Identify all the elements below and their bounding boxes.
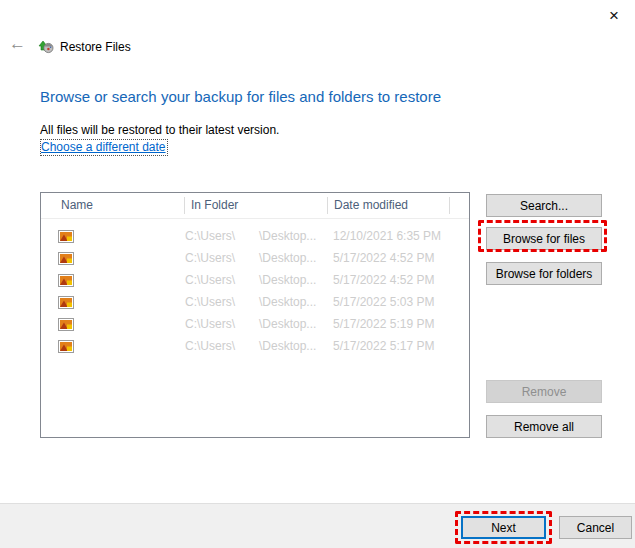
table-row[interactable]: C:\Users\\Desktop... 12/10/2021 6:35 PM [41,225,469,247]
row-in-folder: C:\Users\\Desktop... [185,251,328,265]
row-folder-prefix: C:\Users\ [185,251,235,265]
row-folder-prefix: C:\Users\ [185,295,235,309]
row-date-modified: 5/17/2022 4:52 PM [328,251,450,265]
row-folder-prefix: C:\Users\ [185,229,235,243]
row-date-modified: 5/17/2022 5:03 PM [328,295,450,309]
page-title: Restore Files [60,40,131,54]
row-name-cell [41,230,185,243]
row-name-cell [41,274,185,287]
image-file-icon [58,274,74,287]
column-header-date-modified[interactable]: Date modified [328,197,450,214]
browse-for-folders-button[interactable]: Browse for folders [486,262,602,285]
restore-files-icon [38,38,54,54]
table-row[interactable]: C:\Users\\Desktop... 5/17/2022 5:17 PM [41,335,469,357]
table-row[interactable]: C:\Users\\Desktop... 5/17/2022 4:52 PM [41,269,469,291]
row-name-cell [41,318,185,331]
row-date-modified: 5/17/2022 5:19 PM [328,317,450,331]
column-header-in-folder[interactable]: In Folder [185,197,328,214]
image-file-icon [58,340,74,353]
row-folder-suffix: \Desktop... [259,251,316,265]
column-header-name[interactable]: Name [41,197,185,214]
list-header: Name In Folder Date modified [41,193,469,219]
row-date-modified: 12/10/2021 6:35 PM [328,229,450,243]
row-in-folder: C:\Users\\Desktop... [185,317,328,331]
image-file-icon [58,252,74,265]
restore-files-dialog: × ← Restore Files Browse or search your … [0,0,635,548]
row-in-folder: C:\Users\\Desktop... [185,273,328,287]
row-folder-prefix: C:\Users\ [185,317,235,331]
search-button[interactable]: Search... [486,194,602,217]
row-folder-suffix: \Desktop... [259,273,316,287]
row-date-modified: 5/17/2022 4:52 PM [328,273,450,287]
remove-all-button[interactable]: Remove all [486,415,602,438]
row-folder-suffix: \Desktop... [259,317,316,331]
next-button-highlight [455,511,552,544]
image-file-icon [58,230,74,243]
cancel-button[interactable]: Cancel [559,516,632,539]
table-row[interactable]: C:\Users\\Desktop... 5/17/2022 5:03 PM [41,291,469,313]
image-file-icon [58,318,74,331]
row-name-cell [41,252,185,265]
close-icon[interactable]: × [603,5,625,27]
row-folder-suffix: \Desktop... [259,229,316,243]
row-folder-prefix: C:\Users\ [185,339,235,353]
table-row[interactable]: C:\Users\\Desktop... 5/17/2022 5:19 PM [41,313,469,335]
restore-description: All files will be restored to their late… [40,123,279,137]
back-arrow-icon[interactable]: ← [9,36,26,52]
row-name-cell [41,296,185,309]
choose-different-date-link[interactable]: Choose a different date [40,139,168,156]
row-date-modified: 5/17/2022 5:17 PM [328,339,450,353]
row-in-folder: C:\Users\\Desktop... [185,295,328,309]
backup-files-list[interactable]: Name In Folder Date modified C:\Users\\D… [40,192,470,438]
row-folder-suffix: \Desktop... [259,295,316,309]
row-folder-suffix: \Desktop... [259,339,316,353]
browse-for-files-highlight [478,220,607,252]
image-file-icon [58,296,74,309]
row-in-folder: C:\Users\\Desktop... [185,339,328,353]
remove-button: Remove [486,380,602,403]
list-rows: C:\Users\\Desktop... 12/10/2021 6:35 PM … [41,219,469,357]
table-row[interactable]: C:\Users\\Desktop... 5/17/2022 4:52 PM [41,247,469,269]
main-instruction: Browse or search your backup for files a… [40,88,441,105]
row-name-cell [41,340,185,353]
row-in-folder: C:\Users\\Desktop... [185,229,328,243]
row-folder-prefix: C:\Users\ [185,273,235,287]
